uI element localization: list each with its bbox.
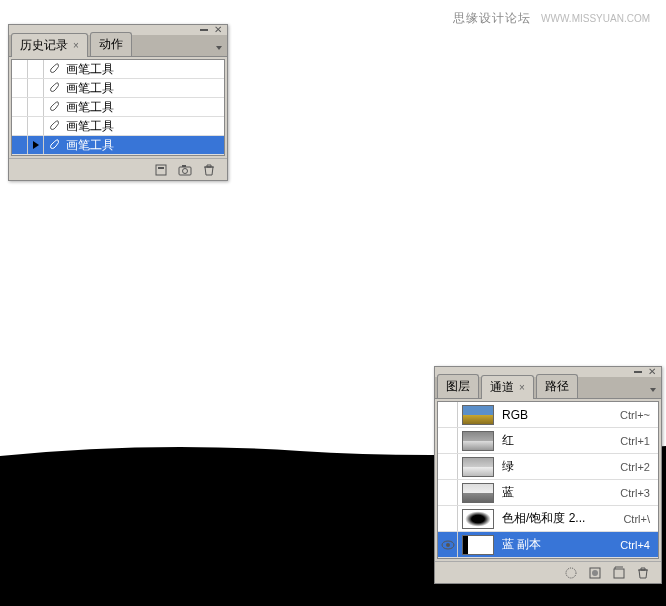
visibility-toggle[interactable]	[438, 480, 458, 505]
watermark: 思缘设计论坛 WWW.MISSYUAN.COM	[453, 10, 650, 27]
channels-footer	[435, 561, 661, 583]
channels-list: RGBCtrl+~红Ctrl+1绿Ctrl+2蓝Ctrl+3色相/饱和度 2..…	[437, 401, 659, 559]
svg-rect-1	[158, 167, 164, 169]
watermark-text: 思缘设计论坛	[453, 11, 531, 25]
history-item[interactable]: 画笔工具	[12, 117, 224, 136]
history-marker-col[interactable]	[28, 117, 44, 135]
save-selection-icon[interactable]	[587, 565, 603, 581]
visibility-toggle[interactable]	[438, 454, 458, 479]
history-item-label: 画笔工具	[64, 118, 224, 135]
history-tabs: 历史记录 × 动作	[9, 35, 227, 57]
channel-item[interactable]: 色相/饱和度 2...Ctrl+\	[438, 506, 658, 532]
channel-label: RGB	[498, 408, 620, 422]
history-item[interactable]: 画笔工具	[12, 79, 224, 98]
svg-point-3	[183, 168, 188, 173]
channel-shortcut: Ctrl+2	[620, 461, 658, 473]
tab-paths[interactable]: 路径	[536, 374, 578, 398]
brush-tool-icon	[44, 138, 64, 152]
channel-label: 红	[498, 432, 620, 449]
brush-tool-icon	[44, 62, 64, 76]
history-marker-col[interactable]	[28, 98, 44, 116]
history-item[interactable]: 画笔工具	[12, 60, 224, 79]
load-selection-icon[interactable]	[563, 565, 579, 581]
new-document-icon[interactable]	[153, 162, 169, 178]
history-marker-col[interactable]	[28, 136, 44, 154]
svg-point-6	[446, 543, 450, 547]
brush-tool-icon	[44, 119, 64, 133]
new-snapshot-icon[interactable]	[177, 162, 193, 178]
channel-shortcut: Ctrl+4	[620, 539, 658, 551]
tab-label: 路径	[545, 378, 569, 395]
history-snapshot-col[interactable]	[12, 117, 28, 135]
history-item-label: 画笔工具	[64, 99, 224, 116]
channel-item[interactable]: 蓝 副本Ctrl+4	[438, 532, 658, 558]
tab-channels[interactable]: 通道 ×	[481, 375, 534, 399]
close-button[interactable]: ✕	[647, 368, 657, 376]
svg-rect-10	[614, 569, 624, 578]
channel-shortcut: Ctrl+1	[620, 435, 658, 447]
channel-shortcut: Ctrl+~	[620, 409, 658, 421]
tab-actions[interactable]: 动作	[90, 32, 132, 56]
brush-tool-icon	[44, 81, 64, 95]
channels-panel: ✕ 图层 通道 × 路径 RGBCtrl+~红Ctrl+1绿Ctrl+2蓝Ctr…	[434, 366, 662, 584]
channels-tabs: 图层 通道 × 路径	[435, 377, 661, 399]
tab-label: 图层	[446, 378, 470, 395]
tab-label: 动作	[99, 36, 123, 53]
visibility-toggle[interactable]	[438, 506, 458, 531]
close-button[interactable]: ✕	[213, 26, 223, 34]
tab-history[interactable]: 历史记录 ×	[11, 33, 88, 57]
channel-thumbnail[interactable]	[462, 535, 494, 555]
history-item-label: 画笔工具	[64, 80, 224, 97]
delete-channel-icon[interactable]	[635, 565, 651, 581]
history-item-label: 画笔工具	[64, 137, 224, 154]
channel-item[interactable]: 红Ctrl+1	[438, 428, 658, 454]
channel-label: 蓝	[498, 484, 620, 501]
history-item[interactable]: 画笔工具	[12, 98, 224, 117]
channel-label: 绿	[498, 458, 620, 475]
history-list: 画笔工具画笔工具画笔工具画笔工具画笔工具	[11, 59, 225, 156]
tab-label: 通道	[490, 379, 514, 396]
panel-menu-button[interactable]	[647, 383, 659, 397]
channel-item[interactable]: 绿Ctrl+2	[438, 454, 658, 480]
visibility-toggle[interactable]	[438, 402, 458, 427]
new-channel-icon[interactable]	[611, 565, 627, 581]
channel-thumbnail[interactable]	[462, 483, 494, 503]
channel-label: 蓝 副本	[498, 536, 620, 553]
brush-tool-icon	[44, 100, 64, 114]
history-snapshot-col[interactable]	[12, 79, 28, 97]
svg-point-9	[592, 570, 598, 576]
tab-layers[interactable]: 图层	[437, 374, 479, 398]
channel-shortcut: Ctrl+3	[620, 487, 658, 499]
history-snapshot-col[interactable]	[12, 136, 28, 154]
tab-close-icon[interactable]: ×	[73, 40, 79, 51]
visibility-toggle[interactable]	[438, 428, 458, 453]
delete-icon[interactable]	[201, 162, 217, 178]
history-footer	[9, 158, 227, 180]
history-marker-col[interactable]	[28, 60, 44, 78]
history-item-label: 画笔工具	[64, 61, 224, 78]
watermark-url: WWW.MISSYUAN.COM	[541, 13, 650, 24]
history-marker-col[interactable]	[28, 79, 44, 97]
current-state-marker-icon	[33, 141, 39, 149]
minimize-button[interactable]	[199, 26, 209, 34]
history-snapshot-col[interactable]	[12, 98, 28, 116]
svg-rect-4	[182, 165, 186, 167]
svg-rect-0	[156, 165, 166, 175]
channel-item[interactable]: 蓝Ctrl+3	[438, 480, 658, 506]
tab-label: 历史记录	[20, 37, 68, 54]
channel-shortcut: Ctrl+\	[623, 513, 658, 525]
channel-thumbnail[interactable]	[462, 431, 494, 451]
channel-thumbnail[interactable]	[462, 509, 494, 529]
tab-close-icon[interactable]: ×	[519, 382, 525, 393]
minimize-button[interactable]	[633, 368, 643, 376]
history-item[interactable]: 画笔工具	[12, 136, 224, 155]
visibility-toggle[interactable]	[438, 532, 458, 557]
history-snapshot-col[interactable]	[12, 60, 28, 78]
svg-point-7	[566, 568, 576, 578]
channel-thumbnail[interactable]	[462, 457, 494, 477]
channel-thumbnail[interactable]	[462, 405, 494, 425]
channel-item[interactable]: RGBCtrl+~	[438, 402, 658, 428]
panel-menu-button[interactable]	[213, 41, 225, 55]
history-panel: ✕ 历史记录 × 动作 画笔工具画笔工具画笔工具画笔工具画笔工具	[8, 24, 228, 181]
channel-label: 色相/饱和度 2...	[498, 510, 623, 527]
